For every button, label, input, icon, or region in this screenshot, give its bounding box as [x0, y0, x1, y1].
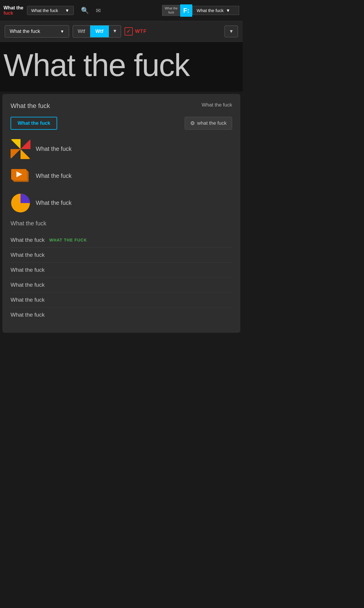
card-buttons: What the fuck ⚙ what the fuck: [11, 117, 232, 130]
videostack-icon: [11, 166, 30, 186]
account-chevron-icon: ▼: [226, 8, 230, 13]
svg-marker-3: [11, 149, 21, 159]
app-thumb-line2: fuck: [165, 11, 178, 14]
list-item[interactable]: What the fuck: [11, 139, 232, 159]
toolbar-select-label: What the fuck: [10, 28, 40, 34]
app-thumb-line1: What the: [165, 6, 178, 10]
text-item-label: What the fuck: [11, 252, 45, 258]
toolbar-seg-chevron-icon[interactable]: ▼: [109, 26, 121, 37]
hero-section: What the fuck: [0, 42, 243, 92]
icon-item-label-2: What the fuck: [36, 200, 72, 206]
toolbar-segmented: Wtf Wtf ▼: [73, 25, 121, 38]
text-list: What the fuckWHAT THE FUCKWhat the fuckW…: [11, 233, 232, 322]
text-list-item[interactable]: What the fuck: [11, 263, 232, 278]
card-header-title: What the fuck: [11, 102, 50, 110]
toolbar-extra-chevron[interactable]: ▼: [224, 26, 238, 37]
text-item-label: What the fuck: [11, 267, 45, 273]
content-card: What the fuck What the fuck What the fuc…: [2, 94, 240, 333]
toolbar: What the fuck ▼ Wtf Wtf ▼ ✓ WTF ▼: [0, 21, 243, 42]
hero-title: What the fuck: [4, 48, 239, 83]
logo: What the fuck: [4, 5, 23, 16]
app-thumbnail[interactable]: What the fuck: [162, 5, 180, 16]
section-heading: What the fuck: [11, 220, 232, 227]
list-item[interactable]: What the fuck: [11, 193, 232, 213]
logo-line2: fuck: [4, 11, 23, 16]
toolbar-select[interactable]: What the fuck ▼: [5, 25, 69, 38]
secondary-button-label: what the fuck: [197, 120, 227, 126]
text-item-label: What the fuck: [11, 237, 45, 243]
svg-marker-2: [21, 149, 30, 159]
fi-icon: F:: [180, 4, 192, 17]
toolbar-select-chevron-icon: ▼: [60, 29, 64, 34]
text-item-badge: WHAT THE FUCK: [49, 238, 87, 242]
text-list-item[interactable]: What the fuck: [11, 278, 232, 293]
card-header: What the fuck What the fuck: [11, 102, 232, 110]
svg-marker-1: [21, 139, 30, 149]
nav-dropdown[interactable]: What the fuck ▼: [27, 6, 74, 15]
primary-button[interactable]: What the fuck: [11, 117, 57, 130]
mail-icon[interactable]: ✉: [96, 7, 101, 14]
text-list-item[interactable]: What the fuck: [11, 248, 232, 263]
account-label: What the fuck: [197, 8, 224, 13]
nav-dropdown-label: What the fuck: [31, 8, 58, 13]
text-item-label: What the fuck: [11, 297, 45, 303]
checkbox-wtf[interactable]: ✓: [125, 27, 133, 36]
pinwheel-icon: [11, 139, 30, 159]
text-list-item[interactable]: What the fuck: [11, 293, 232, 308]
pie-chart-icon: [11, 193, 30, 213]
toolbar-checkbox-group: ✓ WTF: [125, 27, 147, 36]
card-header-right: What the fuck: [202, 102, 232, 108]
top-nav: What the fuck What the fuck ▼ 🔍 ✉ What t…: [0, 0, 243, 21]
gear-icon: ⚙: [190, 120, 195, 126]
secondary-button[interactable]: ⚙ what the fuck: [185, 117, 232, 130]
text-item-label: What the fuck: [11, 312, 45, 318]
fi-icon-label: F:: [183, 7, 189, 14]
toolbar-seg-left[interactable]: Wtf: [73, 26, 90, 37]
text-list-item[interactable]: What the fuckWHAT THE FUCK: [11, 233, 232, 248]
text-item-label: What the fuck: [11, 282, 45, 288]
text-list-item[interactable]: What the fuck: [11, 308, 232, 322]
search-icon[interactable]: 🔍: [81, 7, 89, 14]
account-dropdown[interactable]: What the fuck ▼: [192, 6, 239, 15]
icon-item-label-1: What the fuck: [36, 173, 72, 179]
list-item[interactable]: What the fuck: [11, 166, 232, 186]
nav-dropdown-chevron-icon: ▼: [65, 8, 69, 13]
logo-line1: What the: [4, 5, 23, 11]
toolbar-seg-active[interactable]: Wtf: [90, 26, 109, 37]
icon-item-label-0: What the fuck: [36, 146, 72, 152]
nav-right: What the fuck F: What the fuck ▼: [162, 4, 239, 17]
toolbar-wtf-label: WTF: [135, 28, 147, 34]
svg-marker-0: [11, 139, 21, 149]
